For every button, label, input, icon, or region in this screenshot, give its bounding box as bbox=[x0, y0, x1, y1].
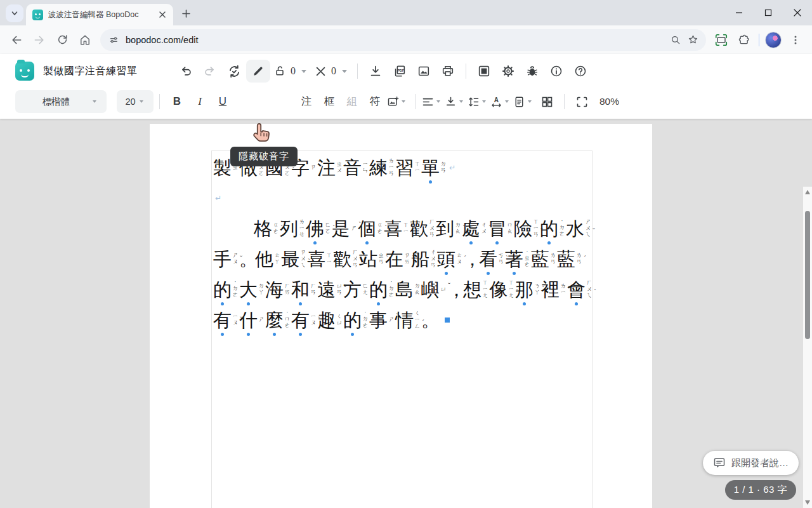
char-unit: 佛ㄈㄛˊ bbox=[306, 215, 331, 243]
vertical-align-button[interactable] bbox=[444, 95, 467, 109]
zhuyin-column: ㄉㄚˋ bbox=[258, 283, 265, 295]
extensions-button[interactable] bbox=[735, 30, 754, 50]
char-unit: 手ㄕㄡˇ bbox=[213, 245, 239, 273]
document-page[interactable]: 製ㄓˋ做ㄗㄨㄛˋ國ㄍㄨㄛˊ字ㄗˋ注ㄓㄨˋ音ㄧㄣ練ㄌㄧㄢˋ習ㄒㄧˊ單ㄉㄢ↵↵格ㄍㄜ… bbox=[150, 124, 652, 508]
bookmark-button[interactable] bbox=[684, 31, 702, 49]
symbol-button[interactable]: 符 bbox=[363, 91, 386, 112]
underline-button[interactable]: U bbox=[211, 91, 234, 112]
report-bug-button[interactable] bbox=[520, 60, 544, 83]
frame-button[interactable]: 框 bbox=[318, 91, 341, 112]
char-unit: 喜ㄒㄧˇ bbox=[384, 215, 409, 243]
zhuyin-column: ㄇㄠˋ bbox=[507, 222, 513, 234]
group-button[interactable]: 組 bbox=[341, 91, 363, 112]
doc-line[interactable]: ↵ bbox=[213, 183, 591, 213]
doc-line[interactable]: 手ㄕㄡˇ。他ㄊㄚ最ㄗㄨㄟˋ喜ㄒㄧˇ歡ㄏㄨㄢ站ㄓㄢˋ在ㄗㄞˋ船ㄔㄨㄢˊ頭ㄊㄡˊ，看… bbox=[213, 244, 591, 274]
scrollbar[interactable] bbox=[803, 187, 812, 508]
insert-image-button[interactable] bbox=[386, 95, 409, 109]
help-button[interactable] bbox=[568, 60, 593, 83]
zoom-level[interactable]: 80% bbox=[599, 96, 619, 107]
font-family-select[interactable]: 標楷體 bbox=[15, 90, 107, 113]
pencil-icon bbox=[251, 64, 265, 78]
zhuyin-column: ㄈㄛˊ bbox=[325, 222, 331, 234]
page-setup-button[interactable] bbox=[513, 95, 535, 109]
font-size-select[interactable]: 20 bbox=[117, 90, 154, 113]
info-button[interactable] bbox=[544, 60, 568, 83]
char-unit: 像ㄒㄧㄤˋ bbox=[489, 276, 514, 304]
zoom-indicator-button[interactable] bbox=[667, 31, 684, 49]
doc-editor[interactable]: 製ㄓˋ做ㄗㄨㄛˋ國ㄍㄨㄛˊ字ㄗˋ注ㄓㄨˋ音ㄧㄣ練ㄌㄧㄢˋ習ㄒㄧˊ單ㄉㄢ↵↵格ㄍㄜ… bbox=[213, 152, 591, 335]
char-unit: 處ㄔㄨˋ bbox=[462, 215, 487, 243]
browser-tab[interactable]: 波波注音編輯器 BopoDoc bbox=[26, 4, 173, 25]
forward-button[interactable] bbox=[29, 30, 49, 50]
doc-line[interactable]: 有ㄧㄡˇ什ㄕˊ麼˙ㄇㄜ有ㄧㄡˇ趣ㄑㄩˋ的˙ㄉㄜ事ㄕˋ情ㄑㄧㄥˊ。 bbox=[213, 305, 591, 335]
chevron-down-icon bbox=[436, 100, 440, 103]
forward-arrow-icon bbox=[33, 34, 46, 46]
export-pdf-button[interactable]: PDF bbox=[388, 60, 412, 83]
char-unit: 麼˙ㄇㄜ bbox=[265, 306, 291, 334]
doc-line[interactable]: 的˙ㄉㄜ大ㄉㄚˋ海ㄏㄞˇ和ㄏㄢˋ遠ㄩㄢˇ方ㄈㄤ的˙ㄉㄜ島ㄉㄠˇ嶼ㄩˇ，想ㄒㄧㄤˇ… bbox=[213, 274, 591, 305]
undo-icon bbox=[179, 64, 193, 78]
download-button[interactable] bbox=[363, 60, 388, 83]
sync-button[interactable] bbox=[222, 60, 246, 83]
reload-button[interactable] bbox=[52, 30, 72, 50]
text-frame[interactable]: 製ㄓˋ做ㄗㄨㄛˋ國ㄍㄨㄛˊ字ㄗˋ注ㄓㄨˋ音ㄧㄣ練ㄌㄧㄢˋ習ㄒㄧˊ單ㄉㄢ↵↵格ㄍㄜ… bbox=[211, 150, 593, 508]
doc-line[interactable]: 格ㄍㄜˊ列ㄌㄧㄝˋ佛ㄈㄛˊ是ㄕˋ個ㄍㄜˋ喜ㄒㄧˇ歡ㄏㄨㄢ到ㄉㄠˋ處ㄔㄨˋ冒ㄇㄠˋ… bbox=[213, 213, 591, 244]
letter-spacing-button[interactable]: A bbox=[490, 95, 513, 109]
bold-button[interactable]: B bbox=[166, 91, 188, 112]
help-icon bbox=[573, 64, 587, 78]
zhuyin-column: ㄕˋ bbox=[388, 317, 395, 323]
scroll-up-arrow-icon[interactable] bbox=[805, 190, 810, 194]
layout-grid-button[interactable] bbox=[535, 91, 558, 112]
chrome-menu-button[interactable] bbox=[786, 30, 805, 50]
char-unit: 到ㄉㄠˋ bbox=[436, 215, 461, 243]
export-image-button[interactable] bbox=[412, 60, 436, 83]
cross-dropdown-caret[interactable] bbox=[342, 70, 347, 73]
align-button[interactable] bbox=[421, 95, 444, 109]
redo-button[interactable] bbox=[198, 60, 222, 83]
feedback-button[interactable]: 跟開發者說… bbox=[703, 451, 799, 475]
document-title[interactable]: 製做國字注音練習單 bbox=[43, 65, 138, 78]
char-unit: 站ㄓㄢˋ bbox=[359, 245, 384, 273]
star-icon bbox=[687, 34, 699, 46]
fullscreen-button[interactable] bbox=[570, 91, 593, 112]
undo-button[interactable] bbox=[174, 60, 198, 83]
zhuyin-column: ㄌㄧˇ bbox=[560, 283, 566, 295]
lock-toggle-button[interactable] bbox=[270, 60, 289, 83]
zhuyin-column: ㄍㄜˊ bbox=[273, 222, 279, 234]
line-spacing-button[interactable] bbox=[467, 95, 490, 109]
new-tab-button[interactable] bbox=[177, 4, 195, 22]
zhuyin-column: ㄒㄧˇ bbox=[326, 253, 332, 265]
scroll-down-arrow-icon[interactable] bbox=[805, 500, 810, 505]
back-button[interactable] bbox=[6, 30, 27, 50]
clear-button[interactable] bbox=[311, 60, 330, 83]
italic-button[interactable]: I bbox=[188, 91, 211, 112]
char-unit: 列ㄌㄧㄝˋ bbox=[280, 215, 305, 243]
window-close-button[interactable] bbox=[783, 0, 812, 25]
polyphone-dot bbox=[221, 333, 224, 336]
annotate-button[interactable]: 注 bbox=[295, 91, 318, 112]
settings-button[interactable] bbox=[496, 60, 520, 83]
font-size-value: 20 bbox=[123, 97, 138, 107]
char-unit: 在ㄗㄞˋ bbox=[385, 245, 410, 273]
letter-spacing-icon: A bbox=[490, 95, 503, 109]
tab-close-icon[interactable] bbox=[157, 9, 168, 20]
window-minimize-button[interactable] bbox=[724, 0, 754, 25]
zhuyin-column: ㄔㄨˋ bbox=[481, 222, 487, 234]
screenshot-extension-button[interactable] bbox=[712, 30, 731, 50]
lock-dropdown-caret[interactable] bbox=[301, 70, 306, 73]
hide-polyphone-button[interactable] bbox=[246, 60, 270, 83]
url-text[interactable]: bopodoc.com/edit bbox=[126, 35, 667, 45]
char-unit: 有ㄧㄡˇ bbox=[213, 306, 239, 334]
home-button[interactable] bbox=[75, 30, 95, 50]
tab-search-button[interactable] bbox=[6, 4, 23, 22]
address-bar[interactable]: bopodoc.com/edit bbox=[100, 29, 706, 51]
profile-avatar[interactable] bbox=[765, 32, 782, 48]
char-unit: 冒ㄇㄠˋ bbox=[488, 215, 513, 243]
window-maximize-button[interactable] bbox=[754, 0, 783, 25]
redo-icon bbox=[203, 64, 217, 78]
reload-icon bbox=[56, 34, 69, 46]
focus-mode-button[interactable] bbox=[472, 60, 496, 83]
zhuyin-column: ㄓㄨˋ bbox=[336, 161, 343, 173]
print-button[interactable] bbox=[436, 60, 460, 83]
scrollbar-thumb[interactable] bbox=[805, 211, 810, 339]
